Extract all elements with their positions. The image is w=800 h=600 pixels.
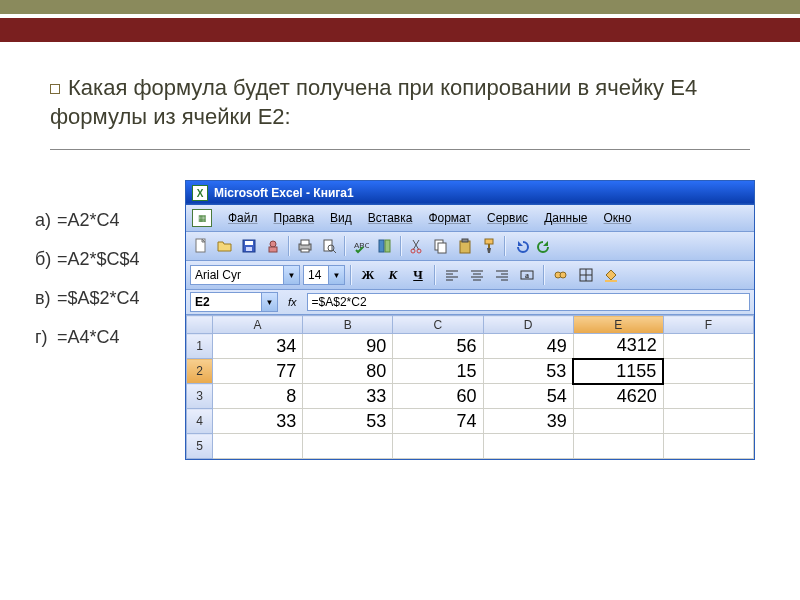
- menu-insert[interactable]: Вставка: [360, 208, 421, 228]
- cell[interactable]: [303, 434, 393, 459]
- cell[interactable]: [483, 434, 573, 459]
- toolbar-separator: [350, 265, 352, 285]
- save-icon[interactable]: [238, 235, 260, 257]
- answer-a-text: =A2*C4: [57, 210, 120, 230]
- permission-icon[interactable]: [262, 235, 284, 257]
- font-name-combo[interactable]: Arial Cyr ▼: [190, 265, 300, 285]
- toolbar-separator: [344, 236, 346, 256]
- chevron-down-icon[interactable]: ▼: [261, 293, 277, 311]
- row-header[interactable]: 3: [187, 384, 213, 409]
- cell[interactable]: [393, 434, 483, 459]
- cell[interactable]: [663, 334, 753, 359]
- open-icon[interactable]: [214, 235, 236, 257]
- answer-c: в)=$A$2*C4: [35, 288, 185, 309]
- currency-icon[interactable]: [550, 264, 572, 286]
- decoration-maroon-bar: [0, 18, 800, 42]
- select-all-corner[interactable]: [187, 316, 213, 334]
- bold-button[interactable]: Ж: [357, 264, 379, 286]
- cut-icon[interactable]: [406, 235, 428, 257]
- svg-rect-42: [605, 280, 617, 282]
- font-size-combo[interactable]: 14 ▼: [303, 265, 345, 285]
- answer-options: а)=A2*C4 б)=A2*$C$4 в)=$A$2*C4 г)=A4*C4: [35, 180, 185, 460]
- cell[interactable]: 77: [213, 359, 303, 384]
- menu-format[interactable]: Формат: [420, 208, 479, 228]
- column-header[interactable]: E: [573, 316, 663, 334]
- research-icon[interactable]: [374, 235, 396, 257]
- cell[interactable]: 53: [483, 359, 573, 384]
- cell[interactable]: 15: [393, 359, 483, 384]
- column-header[interactable]: B: [303, 316, 393, 334]
- menu-file[interactable]: Файл: [220, 208, 266, 228]
- font-size-value: 14: [308, 268, 321, 282]
- cell[interactable]: 39: [483, 409, 573, 434]
- spreadsheet-grid[interactable]: ABCDEF 134905649431227780155311553833605…: [186, 315, 754, 459]
- menu-edit[interactable]: Правка: [266, 208, 323, 228]
- cell[interactable]: [663, 409, 753, 434]
- cell[interactable]: [663, 384, 753, 409]
- align-center-icon[interactable]: [466, 264, 488, 286]
- row-header[interactable]: 4: [187, 409, 213, 434]
- cell[interactable]: 49: [483, 334, 573, 359]
- row-header[interactable]: 5: [187, 434, 213, 459]
- cell[interactable]: 80: [303, 359, 393, 384]
- undo-icon[interactable]: [510, 235, 532, 257]
- cell[interactable]: 56: [393, 334, 483, 359]
- cell[interactable]: 53: [303, 409, 393, 434]
- answer-b: б)=A2*$C$4: [35, 249, 185, 270]
- formula-input[interactable]: =$A$2*C2: [307, 293, 750, 311]
- cell[interactable]: 34: [213, 334, 303, 359]
- underline-button[interactable]: Ч: [407, 264, 429, 286]
- italic-button[interactable]: К: [382, 264, 404, 286]
- borders-icon[interactable]: [575, 264, 597, 286]
- formatting-toolbar: Arial Cyr ▼ 14 ▼ Ж К Ч a: [186, 261, 754, 290]
- redo-icon[interactable]: [534, 235, 556, 257]
- row-header[interactable]: 2: [187, 359, 213, 384]
- cell[interactable]: 33: [303, 384, 393, 409]
- align-right-icon[interactable]: [491, 264, 513, 286]
- name-box[interactable]: E2 ▼: [190, 292, 278, 312]
- svg-text:a: a: [525, 271, 529, 280]
- fill-color-icon[interactable]: [600, 264, 622, 286]
- svg-point-38: [560, 272, 566, 278]
- cell[interactable]: 60: [393, 384, 483, 409]
- format-painter-icon[interactable]: [478, 235, 500, 257]
- cell[interactable]: 4312: [573, 334, 663, 359]
- cell[interactable]: 8: [213, 384, 303, 409]
- new-icon[interactable]: [190, 235, 212, 257]
- merge-center-icon[interactable]: a: [516, 264, 538, 286]
- cell[interactable]: 90: [303, 334, 393, 359]
- menu-window[interactable]: Окно: [595, 208, 639, 228]
- question-underline: [50, 149, 750, 150]
- fx-icon[interactable]: fx: [282, 296, 303, 308]
- chevron-down-icon[interactable]: ▼: [283, 266, 299, 284]
- print-icon[interactable]: [294, 235, 316, 257]
- cell[interactable]: [213, 434, 303, 459]
- align-left-icon[interactable]: [441, 264, 463, 286]
- cell[interactable]: 1155: [573, 359, 663, 384]
- cell[interactable]: [663, 359, 753, 384]
- column-header[interactable]: D: [483, 316, 573, 334]
- cell[interactable]: 4620: [573, 384, 663, 409]
- cell[interactable]: 54: [483, 384, 573, 409]
- answer-d: г)=A4*C4: [35, 327, 185, 348]
- row-header[interactable]: 1: [187, 334, 213, 359]
- print-preview-icon[interactable]: [318, 235, 340, 257]
- menu-view[interactable]: Вид: [322, 208, 360, 228]
- spelling-icon[interactable]: ABC: [350, 235, 372, 257]
- cell[interactable]: [573, 409, 663, 434]
- cell[interactable]: [663, 434, 753, 459]
- cell[interactable]: [573, 434, 663, 459]
- title-bar[interactable]: X Microsoft Excel - Книга1: [186, 181, 754, 205]
- column-header[interactable]: F: [663, 316, 753, 334]
- chevron-down-icon[interactable]: ▼: [328, 266, 344, 284]
- copy-icon[interactable]: [430, 235, 452, 257]
- menu-data[interactable]: Данные: [536, 208, 595, 228]
- column-header[interactable]: A: [213, 316, 303, 334]
- paste-icon[interactable]: [454, 235, 476, 257]
- cell[interactable]: 74: [393, 409, 483, 434]
- column-header[interactable]: C: [393, 316, 483, 334]
- svg-rect-13: [379, 240, 384, 252]
- cell[interactable]: 33: [213, 409, 303, 434]
- menu-service[interactable]: Сервис: [479, 208, 536, 228]
- answer-d-text: =A4*C4: [57, 327, 120, 347]
